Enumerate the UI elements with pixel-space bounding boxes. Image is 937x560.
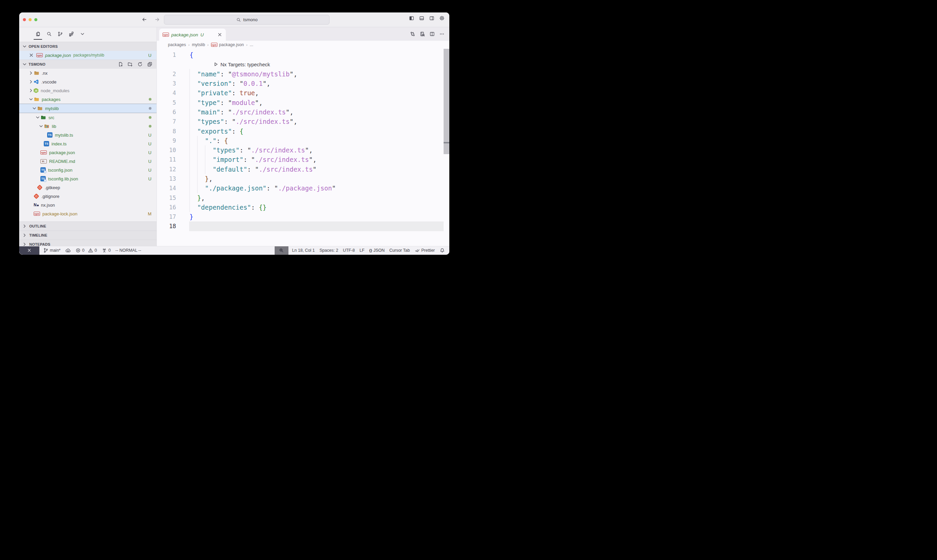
open-editor-item[interactable]: npm package.json packages/mytslib U (19, 51, 157, 60)
breadcrumb-item[interactable]: ... (250, 42, 253, 47)
code-lens-label: Nx Targets: typecheck (220, 62, 270, 67)
code-line-16[interactable]: 16 "dependencies": {} (157, 203, 449, 212)
tree-item-package-lock-json[interactable]: npmpackage-lock.jsonM (19, 209, 157, 218)
code-line-6[interactable]: 6 "main": "./src/index.ts", (157, 107, 449, 117)
activity-extensions-icon[interactable] (67, 29, 75, 38)
tree-item-readme-md[interactable]: M↓README.mdU (19, 157, 157, 166)
encoding[interactable]: UTF-8 (341, 246, 357, 255)
editor-scrollbar[interactable] (444, 49, 449, 246)
tree-item-mytslib[interactable]: mytslib (19, 104, 157, 113)
git-compare-icon[interactable] (410, 31, 415, 37)
chevron-down-icon[interactable] (38, 123, 44, 129)
tree-item-src[interactable]: src (19, 113, 157, 122)
chevron-right-icon[interactable] (28, 88, 34, 93)
code-line-14[interactable]: 14 "./package.json": "./package.json" (157, 183, 449, 193)
chevron-right-icon[interactable] (28, 79, 34, 85)
cursor-position[interactable]: Ln 18, Col 1 (290, 246, 317, 255)
ports-indicator[interactable]: 0 (99, 246, 113, 255)
tree-item--nx[interactable]: .nx (19, 69, 157, 77)
breadcrumb-item[interactable]: packages (168, 42, 186, 47)
zoom-window-button[interactable] (34, 18, 37, 21)
activity-source-control-icon[interactable] (56, 29, 64, 38)
tree-item-index-ts[interactable]: TSindex.tsU (19, 139, 157, 148)
tree-item-label: package-lock.json (42, 211, 77, 216)
refresh-icon[interactable] (137, 62, 143, 67)
code-editor[interactable]: 1{Nx Targets: typecheck2 "name": "@tsmon… (157, 49, 449, 246)
section-timeline[interactable]: TIMELINE (19, 231, 157, 240)
prettier[interactable]: Prettier (412, 246, 437, 255)
collapse-all-icon[interactable] (147, 62, 152, 67)
indentation[interactable]: Spaces: 2 (317, 246, 341, 255)
open-editors-header[interactable]: OPEN EDITORS (19, 42, 157, 51)
tree-item-nx-json[interactable]: Nnx.json (19, 201, 157, 209)
close-icon[interactable] (29, 52, 34, 58)
code-line-8[interactable]: 8 "exports": { (157, 126, 449, 135)
remote-indicator[interactable] (19, 246, 39, 255)
code-line-18[interactable]: 18 (157, 222, 449, 231)
tree-item-node-modules[interactable]: JSnode_modules (19, 86, 157, 95)
close-window-button[interactable] (23, 18, 26, 21)
code-line-11[interactable]: 11 "import": "./src/index.ts", (157, 155, 449, 164)
eol[interactable]: LF (357, 246, 367, 255)
code-line-3[interactable]: 3 "version": "0.0.1", (157, 79, 449, 88)
vim-mode-indicator[interactable]: -- NORMAL -- (113, 246, 144, 255)
tab-package-json[interactable]: npm package.json U (159, 29, 226, 41)
tree-item-tsconfig-json[interactable]: TStsconfig.jsonU (19, 166, 157, 174)
tree-item--gitkeep[interactable]: .gitkeep (19, 183, 157, 192)
forward-icon[interactable] (154, 17, 160, 22)
code-line-17[interactable]: 17} (157, 212, 449, 222)
code-line-5[interactable]: 5 "type": "module", (157, 98, 449, 107)
run-icon[interactable] (213, 62, 218, 67)
problems-indicator[interactable]: 00 (73, 246, 99, 255)
code-line-15[interactable]: 15 }, (157, 193, 449, 202)
code-line-9[interactable]: 9 ".": { (157, 136, 449, 145)
scrollbar-thumb[interactable] (444, 49, 449, 154)
tree-item-packages[interactable]: packages (19, 95, 157, 104)
chevron-down-icon[interactable] (35, 115, 40, 120)
activity-chevron-down-icon[interactable] (78, 29, 86, 38)
code-line-12[interactable]: 12 "default": "./src/index.ts" (157, 165, 449, 174)
gear-icon[interactable] (439, 15, 445, 21)
cursor-tab[interactable]: Cursor Tab (387, 246, 412, 255)
chevron-down-icon[interactable] (28, 97, 34, 102)
language-mode[interactable]: {}JSON (367, 246, 387, 255)
layout-sidebar-right-icon[interactable] (429, 15, 434, 21)
code-lens-nx-targets[interactable]: Nx Targets: typecheck (157, 60, 449, 69)
change-dot (149, 98, 151, 101)
tree-item-lib[interactable]: lib (19, 122, 157, 131)
breadcrumb-item[interactable]: mytslib (192, 42, 205, 47)
tree-item--vscode[interactable]: .vscode (19, 77, 157, 86)
close-tab-icon[interactable] (217, 32, 223, 37)
command-center-search[interactable]: tsmono (164, 15, 329, 25)
layout-sidebar-left-icon[interactable] (409, 15, 414, 21)
back-icon[interactable] (142, 17, 147, 22)
code-line-2[interactable]: 2 "name": "@tsmono/mytslib", (157, 69, 449, 79)
tree-item-mytslib-ts[interactable]: TSmytslib.tsU (19, 131, 157, 139)
publish-button[interactable] (63, 246, 73, 255)
notifications-bell[interactable] (437, 246, 447, 255)
tree-item-tsconfig-lib-json[interactable]: TStsconfig.lib.jsonU (19, 174, 157, 183)
minimize-window-button[interactable] (29, 18, 32, 21)
split-editor-icon[interactable] (429, 31, 435, 37)
tree-item--gitignore[interactable]: .gitignore (19, 192, 157, 201)
code-line-7[interactable]: 7 "types": "./src/index.ts", (157, 117, 449, 126)
branch-indicator[interactable]: main* (41, 246, 63, 255)
preview-search-icon[interactable] (420, 31, 425, 37)
explorer-header[interactable]: TSMONO (19, 60, 157, 69)
new-file-icon[interactable] (118, 62, 123, 67)
activity-files-icon[interactable] (34, 29, 42, 38)
tree-item-package-json[interactable]: npmpackage.jsonU (19, 148, 157, 157)
activity-search-icon[interactable] (45, 29, 53, 38)
ellipsis-icon[interactable] (439, 31, 445, 37)
code-line-1[interactable]: 1{ (157, 50, 449, 60)
chevron-right-icon[interactable] (28, 70, 34, 76)
new-folder-icon[interactable] (128, 62, 133, 67)
chevron-down-icon[interactable] (32, 106, 37, 111)
chevron-down-icon (22, 62, 27, 67)
code-line-4[interactable]: 4 "private": true, (157, 88, 449, 98)
section-outline[interactable]: OUTLINE (19, 222, 157, 231)
code-line-10[interactable]: 10 "types": "./src/index.ts", (157, 145, 449, 155)
layout-panel-icon[interactable] (419, 15, 425, 21)
breadcrumb-item[interactable]: npmpackage.json (211, 42, 244, 47)
code-line-13[interactable]: 13 }, (157, 174, 449, 183)
